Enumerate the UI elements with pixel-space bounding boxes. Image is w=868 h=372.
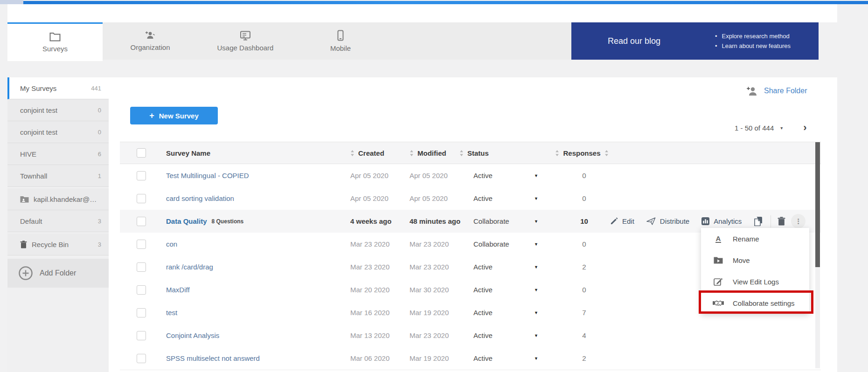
status-dropdown-caret[interactable]: ▼ xyxy=(534,333,538,338)
created-cell: Mar 20 2020 xyxy=(343,286,402,294)
tab-organization[interactable]: Organization xyxy=(103,22,198,60)
row-checkbox[interactable] xyxy=(137,171,146,180)
new-survey-button[interactable]: + New Survey xyxy=(130,107,218,124)
copy-icon[interactable] xyxy=(754,216,763,226)
dashboard-icon xyxy=(240,31,251,41)
column-created[interactable]: Created xyxy=(343,149,402,157)
status-dropdown-caret[interactable]: ▼ xyxy=(534,288,538,292)
add-people-icon xyxy=(144,31,156,40)
status-dropdown-caret[interactable]: ▼ xyxy=(534,310,538,315)
row-checkbox[interactable] xyxy=(137,308,146,317)
edit-action-label[interactable]: Edit xyxy=(622,217,634,225)
delete-trash-icon[interactable] xyxy=(778,217,785,226)
blog-banner-title[interactable]: Read our blog xyxy=(608,36,701,46)
add-folder-label: Add Folder xyxy=(40,269,76,277)
row-checkbox[interactable] xyxy=(137,354,146,363)
survey-name-link[interactable]: card sorting validation xyxy=(166,194,234,202)
pagination-caret-icon[interactable]: ▾ xyxy=(780,125,783,131)
sidebar-item-label: conjoint test xyxy=(20,106,57,114)
menu-item-rename[interactable]: A Rename xyxy=(701,228,809,249)
status-cell: Collaborate xyxy=(462,240,534,248)
table-scrollbar-thumb[interactable] xyxy=(815,142,820,267)
more-options-button[interactable]: ⋮ xyxy=(791,214,806,228)
next-page-chevron-icon[interactable]: › xyxy=(803,123,806,132)
row-checkbox[interactable] xyxy=(137,285,146,295)
sidebar-item-shared-folder[interactable]: kapil.khandekar@que... xyxy=(7,188,109,210)
sidebar-item-default[interactable]: Default 3 xyxy=(7,210,109,232)
column-modified[interactable]: Modified xyxy=(402,149,462,157)
table-row: card sorting validation Apr 05 2020 Apr … xyxy=(120,187,821,210)
sidebar-item-recycle-bin[interactable]: Recycle Bin 3 xyxy=(7,234,109,255)
modified-cell: 48 minutes ago xyxy=(402,217,462,225)
responses-cell: 2 xyxy=(553,354,616,362)
distribute-action-label[interactable]: Distribute xyxy=(660,217,689,225)
tab-usage-dashboard[interactable]: Usage Dashboard xyxy=(198,22,293,60)
created-cell: Mar 06 2020 xyxy=(343,354,402,362)
add-folder-button[interactable]: Add Folder xyxy=(7,259,109,288)
actions-divider xyxy=(771,215,771,227)
analytics-chart-icon[interactable] xyxy=(701,217,709,225)
share-folder-button[interactable]: Share Folder xyxy=(746,85,807,97)
top-white-band xyxy=(7,4,837,22)
sort-icon[interactable] xyxy=(350,150,354,156)
sidebar-item-hive[interactable]: HIVE 6 xyxy=(7,143,109,165)
shared-folder-icon xyxy=(20,196,29,203)
responses-cell: 2 xyxy=(553,263,616,271)
blog-banner-bullets: • Explore research method • Learn about … xyxy=(715,33,791,49)
row-checkbox[interactable] xyxy=(137,194,146,203)
column-status[interactable]: Status xyxy=(459,149,532,157)
survey-name-link[interactable]: Test Multilingual - COPIED xyxy=(166,172,249,179)
survey-name-link[interactable]: rank /card/drag xyxy=(166,263,213,271)
menu-item-view-edit-logs[interactable]: View Edit Logs xyxy=(701,271,809,292)
plus-icon: + xyxy=(149,111,154,121)
responses-cell: 10 xyxy=(553,217,616,225)
new-survey-label: New Survey xyxy=(159,112,199,120)
status-dropdown-caret[interactable]: ▼ xyxy=(534,242,538,247)
column-responses[interactable]: Responses xyxy=(550,149,613,157)
sort-icon[interactable] xyxy=(604,150,609,156)
column-survey-name[interactable]: Survey Name xyxy=(159,149,343,157)
edit-pencil-icon[interactable] xyxy=(610,217,618,225)
tab-mobile[interactable]: Mobile xyxy=(293,22,388,60)
sort-icon[interactable] xyxy=(555,150,559,156)
table-row: Test Multilingual - COPIED Apr 05 2020 A… xyxy=(120,164,821,187)
tab-surveys[interactable]: Surveys xyxy=(7,22,103,61)
status-cell: Active xyxy=(462,263,534,271)
blog-banner[interactable]: Read our blog • Explore research method … xyxy=(571,22,819,60)
sidebar-item-conjoint-test-1[interactable]: conjoint test 0 xyxy=(7,99,109,121)
banner-bullet-2: • Learn about new features xyxy=(715,42,791,49)
status-dropdown-caret[interactable]: ▼ xyxy=(534,356,538,361)
column-label: Status xyxy=(467,149,489,157)
sidebar-item-count: 0 xyxy=(98,107,101,114)
sidebar-item-count: 441 xyxy=(91,85,101,92)
row-checkbox[interactable] xyxy=(137,240,146,249)
modified-cell: Mar 19 2020 xyxy=(402,309,462,317)
survey-name-link[interactable]: Conjoint Analysis xyxy=(166,331,219,339)
analytics-action-label[interactable]: Analytics xyxy=(714,217,742,225)
distribute-plane-icon[interactable] xyxy=(646,217,656,225)
status-dropdown-caret[interactable]: ▼ xyxy=(534,219,538,224)
table-row: SPSS multiselect not answerd Mar 06 2020… xyxy=(120,347,821,370)
survey-name-link[interactable]: Data Quality xyxy=(166,217,207,225)
sort-icon[interactable] xyxy=(459,150,464,156)
survey-name-link[interactable]: con xyxy=(166,240,177,248)
row-checkbox[interactable] xyxy=(137,262,146,272)
sidebar-item-townhall[interactable]: Townhall 1 xyxy=(7,165,109,187)
sort-icon[interactable] xyxy=(410,150,414,156)
created-cell: Mar 16 2020 xyxy=(343,309,402,317)
menu-item-move[interactable]: Move xyxy=(701,249,809,271)
row-checkbox[interactable] xyxy=(137,217,146,226)
status-dropdown-caret[interactable]: ▼ xyxy=(534,173,538,178)
status-dropdown-caret[interactable]: ▼ xyxy=(534,265,538,269)
sidebar-item-conjoint-test-2[interactable]: conjoint test 0 xyxy=(7,121,109,143)
menu-item-collaborate-settings[interactable]: Collaborate settings xyxy=(701,292,809,314)
survey-name-link[interactable]: MaxDiff xyxy=(166,286,190,294)
tab-organization-label: Organization xyxy=(130,43,170,51)
select-all-checkbox[interactable] xyxy=(137,148,146,158)
survey-name-link[interactable]: SPSS multiselect not answerd xyxy=(166,354,260,362)
survey-name-link[interactable]: test xyxy=(166,309,177,317)
sidebar-item-my-surveys[interactable]: My Surveys 441 xyxy=(7,77,109,99)
status-cell: Active xyxy=(462,354,534,362)
status-dropdown-caret[interactable]: ▼ xyxy=(534,196,538,201)
row-checkbox[interactable] xyxy=(137,331,146,340)
